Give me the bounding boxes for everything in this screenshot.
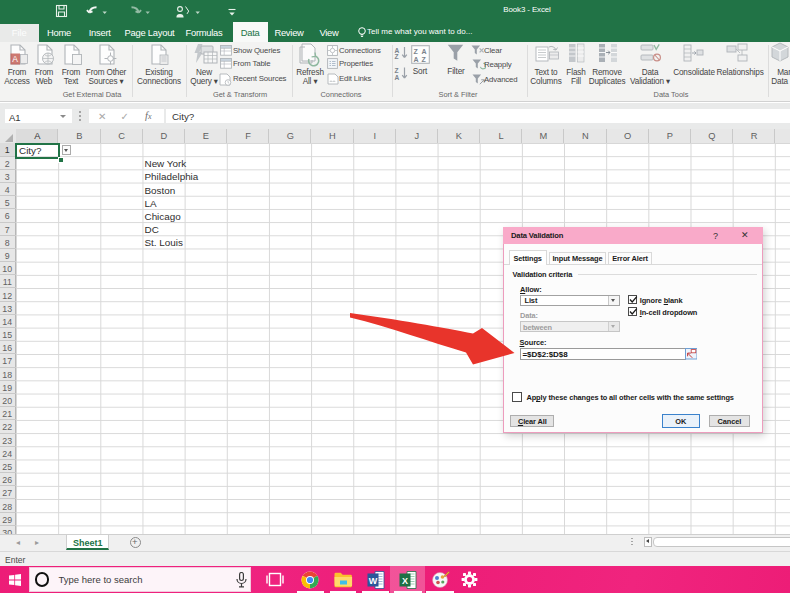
svg-text:Z: Z	[414, 47, 419, 54]
svg-text:W: W	[369, 575, 378, 585]
svg-text:A: A	[422, 47, 427, 54]
svg-text:A: A	[414, 55, 419, 62]
svg-text:Z: Z	[395, 53, 399, 60]
svg-text:X: X	[402, 575, 408, 585]
svg-text:Z: Z	[422, 55, 427, 62]
svg-text:A: A	[12, 54, 18, 64]
